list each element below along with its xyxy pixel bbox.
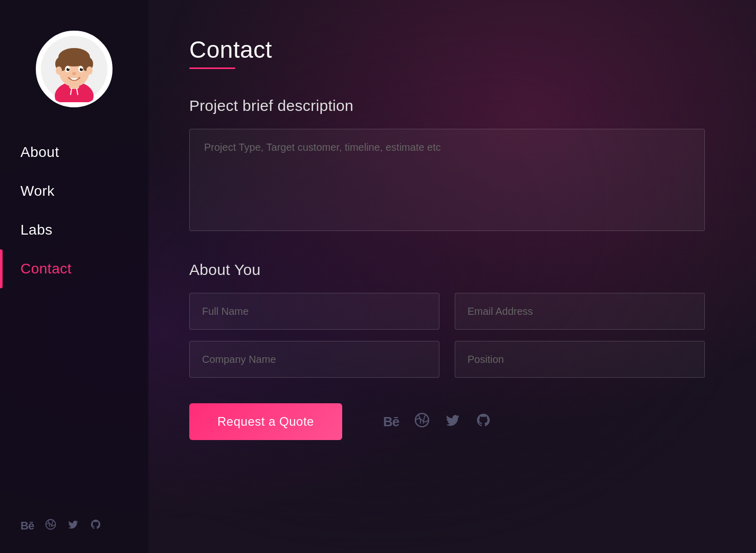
svg-point-12: [80, 68, 83, 71]
svg-point-11: [66, 68, 70, 71]
bottom-row: Request a Quote Bē: [189, 403, 705, 440]
main-github-icon[interactable]: [476, 412, 491, 431]
svg-point-13: [68, 68, 69, 69]
sidebar-behance-icon[interactable]: Bē: [20, 519, 34, 533]
about-you-title: About You: [189, 261, 705, 279]
project-section-title: Project brief description: [189, 97, 705, 114]
sidebar-item-work[interactable]: Work: [0, 172, 148, 211]
svg-point-8: [86, 66, 93, 75]
main-social-links: Bē: [383, 412, 491, 431]
position-input[interactable]: [455, 341, 705, 378]
avatar-wrapper: [0, 31, 148, 107]
svg-point-14: [81, 68, 82, 69]
full-name-input[interactable]: [189, 293, 439, 330]
main-dribbble-icon[interactable]: [414, 412, 430, 431]
title-underline: [189, 67, 235, 69]
request-quote-button[interactable]: Request a Quote: [189, 403, 342, 440]
company-input[interactable]: [189, 341, 439, 378]
sidebar-item-labs[interactable]: Labs: [0, 211, 148, 249]
about-you-section: About You: [189, 261, 705, 378]
sidebar-item-contact[interactable]: Contact: [0, 249, 148, 288]
project-description-input[interactable]: [189, 129, 705, 231]
sidebar-dribbble-icon[interactable]: [45, 519, 56, 533]
main-twitter-icon[interactable]: [445, 412, 460, 431]
main-content: Contact Project brief description About …: [148, 0, 756, 553]
page-title: Contact: [189, 36, 705, 63]
avatar: [36, 31, 113, 107]
sidebar-social-links: Bē: [0, 519, 122, 533]
sidebar: About Work Labs Contact Bē: [0, 0, 148, 553]
email-input[interactable]: [455, 293, 705, 330]
sidebar-github-icon[interactable]: [90, 519, 101, 533]
sidebar-twitter-icon[interactable]: [68, 519, 79, 533]
form-row-2: [189, 341, 705, 378]
form-row-1: [189, 293, 705, 330]
nav-menu: About Work Labs Contact: [0, 133, 148, 509]
main-behance-icon[interactable]: Bē: [383, 414, 399, 430]
sidebar-item-about[interactable]: About: [0, 133, 148, 172]
svg-point-15: [72, 72, 76, 75]
svg-point-7: [56, 66, 62, 75]
